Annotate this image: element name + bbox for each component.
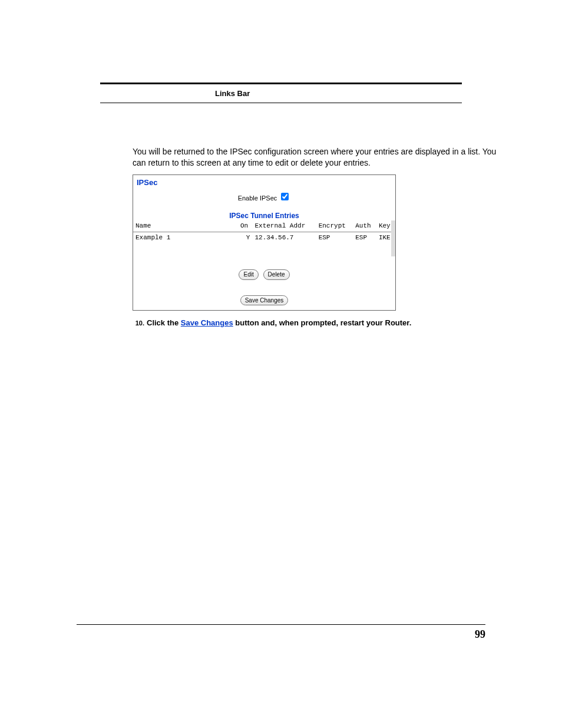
- save-changes-link[interactable]: Save Changes: [181, 318, 233, 327]
- cell-auth: ESP: [353, 232, 376, 243]
- step-prefix: Click the: [147, 318, 181, 327]
- col-name: Name: [133, 220, 238, 232]
- enable-ipsec-checkbox[interactable]: [281, 193, 289, 200]
- body-content: You will be returned to the IPSec config…: [133, 146, 500, 328]
- step-10: 10.Click the Save Changes button and, wh…: [133, 318, 500, 328]
- cell-ext-addr: 12.34.56.7: [252, 232, 316, 243]
- enable-ipsec-row: Enable IPSec: [133, 189, 395, 205]
- page-header: Links Bar: [77, 83, 485, 103]
- tunnel-entries-heading: IPSec Tunnel Entries: [133, 205, 395, 220]
- document-page: Links Bar You will be returned to the IP…: [0, 0, 562, 728]
- footer-rule: [77, 624, 485, 625]
- cell-encrypt: ESP: [316, 232, 353, 243]
- enable-ipsec-label: Enable IPSec: [238, 195, 277, 202]
- ipsec-figure: IPSec Enable IPSec IPSec Tunnel Entries …: [133, 174, 396, 311]
- edit-delete-button-row: Edit Delete: [133, 256, 395, 284]
- figure-title: IPSec: [133, 175, 395, 189]
- edit-button[interactable]: Edit: [239, 269, 258, 280]
- col-ext-addr: External Addr: [252, 220, 316, 232]
- entries-table: Name On External Addr Encrypt Auth Key E…: [133, 220, 395, 256]
- entries-header-row: Name On External Addr Encrypt Auth Key: [133, 220, 395, 232]
- delete-button[interactable]: Delete: [263, 269, 290, 280]
- scrollbar-track[interactable]: [391, 220, 395, 256]
- entries-scroll-area: Name On External Addr Encrypt Auth Key E…: [133, 220, 395, 256]
- col-encrypt: Encrypt: [316, 220, 353, 232]
- step-number: 10.: [133, 319, 144, 328]
- page-number: 99: [475, 628, 485, 641]
- save-changes-button[interactable]: Save Changes: [240, 295, 289, 306]
- cell-on: Y: [238, 232, 252, 243]
- step-text: Click the Save Changes button and, when …: [147, 318, 411, 327]
- col-on: On: [238, 220, 252, 232]
- cell-name: Example 1: [133, 232, 238, 243]
- col-auth: Auth: [353, 220, 376, 232]
- step-suffix: button and, when prompted, restart your …: [233, 318, 412, 327]
- save-button-row: Save Changes: [133, 284, 395, 311]
- table-row[interactable]: Example 1 Y 12.34.56.7 ESP ESP IKE: [133, 232, 395, 243]
- header-rule-bottom: [100, 103, 462, 103]
- links-bar-label: Links Bar: [77, 84, 485, 103]
- intro-paragraph: You will be returned to the IPSec config…: [133, 146, 500, 169]
